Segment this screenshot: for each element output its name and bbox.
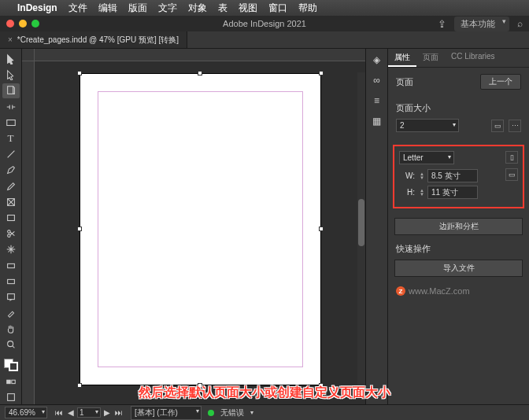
width-input[interactable] (427, 169, 478, 182)
resize-handle[interactable] (77, 227, 82, 231)
gradient-feather-tool[interactable] (2, 274, 20, 289)
panel-strip: ◈ ∞ ≡ ▦ (365, 49, 387, 404)
preflight-status-icon[interactable] (208, 410, 214, 416)
resize-handle[interactable] (198, 71, 202, 76)
line-tool[interactable] (2, 147, 20, 161)
menu-help[interactable]: 帮助 (298, 2, 317, 15)
zoom-level-select[interactable]: 46.69% (5, 407, 47, 418)
content-collector-tool[interactable] (2, 116, 20, 130)
note-tool[interactable] (2, 290, 20, 304)
height-stepper[interactable]: ▲▼ (420, 189, 424, 197)
page-options-icon[interactable]: ⋯ (509, 120, 521, 132)
workspace-status-select[interactable]: [基本] (工作) (131, 406, 202, 420)
resize-handle[interactable] (319, 383, 324, 388)
menu-layout[interactable]: 版面 (128, 2, 147, 15)
fill-stroke-swatch[interactable] (2, 357, 20, 373)
rectangle-frame-tool[interactable] (2, 195, 20, 209)
page[interactable] (80, 74, 320, 385)
svg-point-5 (7, 234, 10, 238)
direct-selection-tool[interactable] (2, 68, 20, 82)
menu-window[interactable]: 窗口 (268, 2, 287, 15)
menu-table[interactable]: 表 (218, 2, 228, 15)
next-page-icon[interactable]: ▶ (102, 408, 112, 417)
first-page-icon[interactable]: ⏮ (54, 408, 65, 417)
pen-tool[interactable] (2, 163, 20, 177)
gradient-swatch-tool[interactable] (2, 258, 20, 272)
watermark-text: www.MacZ.com (409, 286, 470, 296)
horizontal-ruler[interactable] (35, 49, 365, 61)
menu-object[interactable]: 对象 (188, 2, 207, 15)
resize-handle[interactable] (77, 71, 82, 76)
orientation-landscape-icon[interactable]: ▭ (505, 168, 518, 181)
layers-icon[interactable]: ◈ (370, 53, 384, 66)
page-number-field[interactable]: 1 (77, 407, 101, 418)
menu-edit[interactable]: 编辑 (98, 2, 117, 15)
document-tab[interactable]: × *Create_pages.indd @ 47% [GPU 预览] [转换] (0, 31, 187, 48)
menu-app[interactable]: InDesign (17, 2, 57, 13)
type-tool[interactable]: T (2, 131, 20, 146)
workspace-dropdown[interactable]: 基本功能 (454, 17, 509, 31)
stroke-icon[interactable]: ≡ (370, 94, 384, 107)
rectangle-tool[interactable] (2, 211, 20, 225)
import-file-button[interactable]: 导入文件 (394, 260, 523, 277)
menu-view[interactable]: 视图 (239, 2, 257, 15)
app-title: Adobe InDesign 2021 (223, 19, 306, 28)
page-size-highlight: Letter W: ▲▼ H: ▲▼ ▯ ▭ (393, 145, 524, 208)
quick-actions-label: 快速操作 (388, 238, 529, 256)
pencil-tool[interactable] (2, 179, 20, 193)
ruler-origin[interactable] (22, 49, 35, 61)
document-canvas[interactable] (22, 49, 365, 404)
links-icon[interactable]: ∞ (370, 74, 384, 87)
prev-page-icon[interactable]: ◀ (66, 408, 76, 417)
hand-tool[interactable] (2, 322, 20, 336)
tab-pages[interactable]: 页面 (416, 49, 445, 67)
share-icon[interactable]: ⇪ (438, 18, 446, 30)
page-edit-icon[interactable]: ▭ (491, 120, 504, 132)
resize-handle[interactable] (319, 227, 324, 231)
svg-rect-6 (7, 263, 14, 267)
tab-properties[interactable]: 属性 (388, 49, 416, 67)
page-navigator[interactable]: ⏮ ◀ 1 ▶ ⏭ (54, 407, 124, 418)
search-icon[interactable]: ⌕ (517, 18, 523, 29)
last-page-icon[interactable]: ⏭ (113, 408, 124, 417)
zoom-tool[interactable] (2, 337, 20, 352)
height-input[interactable] (427, 186, 478, 199)
gap-tool[interactable] (2, 100, 20, 114)
page-preset-select[interactable]: Letter (399, 151, 454, 164)
tab-cc-libraries[interactable]: CC Libraries (445, 49, 501, 67)
menu-file[interactable]: 文件 (68, 2, 87, 15)
color-toggle[interactable] (2, 374, 20, 389)
free-transform-tool[interactable] (2, 242, 20, 256)
preflight-status-text: 无错误 (220, 407, 244, 418)
svg-point-4 (7, 230, 10, 234)
orientation-portrait-icon[interactable]: ▯ (505, 151, 518, 164)
panel-tabs: 属性 页面 CC Libraries (388, 49, 529, 68)
eyedropper-tool[interactable] (2, 306, 20, 320)
vertical-scrollbar[interactable] (357, 72, 365, 389)
minimize-window-button[interactable] (19, 20, 27, 28)
resize-handle[interactable] (319, 71, 324, 76)
scissors-tool[interactable] (2, 227, 20, 241)
page-size-label: 页面大小 (396, 102, 521, 114)
menu-type[interactable]: 文字 (158, 2, 177, 15)
resize-handle[interactable] (77, 383, 82, 388)
svg-point-9 (7, 341, 13, 347)
selection-tool[interactable] (2, 52, 20, 66)
vertical-ruler[interactable] (22, 61, 35, 404)
width-stepper[interactable]: ▲▼ (420, 172, 424, 180)
status-bar: 46.69% ⏮ ◀ 1 ▶ ⏭ [基本] (工作) 无错误 ▾ (0, 404, 529, 420)
previous-page-button[interactable]: 上一个 (480, 74, 521, 90)
swatches-icon[interactable]: ▦ (370, 115, 384, 127)
watermark-icon: Z (396, 286, 405, 296)
margins-columns-button[interactable]: 边距和分栏 (394, 218, 523, 235)
close-tab-icon[interactable]: × (8, 35, 13, 44)
close-window-button[interactable] (6, 20, 14, 28)
document-tabbar: × *Create_pages.indd @ 47% [GPU 预览] [转换] (0, 31, 529, 49)
page-number-select[interactable]: 2 (396, 119, 459, 132)
properties-panel: 属性 页面 CC Libraries 页面 上一个 页面大小 2 ▭ ⋯ (387, 49, 529, 404)
page-tool[interactable] (2, 83, 20, 98)
view-mode-toggle[interactable] (2, 390, 20, 404)
maximize-window-button[interactable] (31, 20, 39, 28)
svg-rect-7 (7, 279, 14, 283)
resize-handle[interactable] (198, 383, 202, 388)
